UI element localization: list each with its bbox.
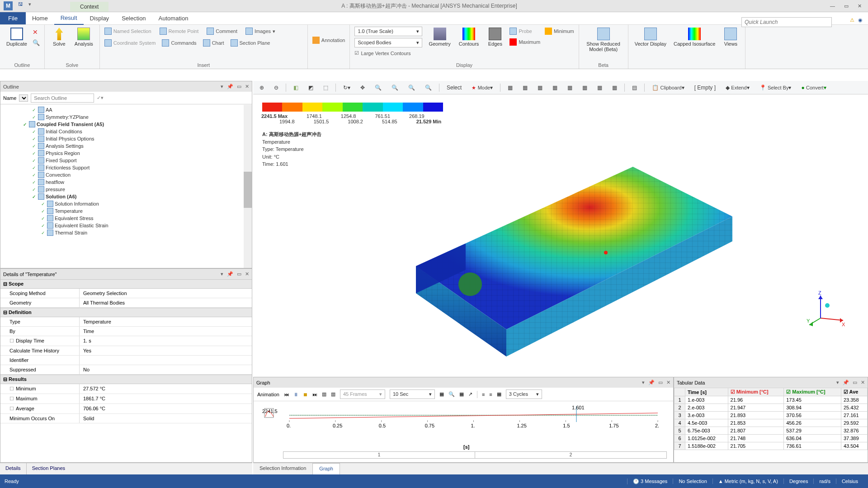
tree-item[interactable]: Fixed Support: [0, 157, 252, 164]
minimum-button[interactable]: Minimum: [545, 27, 574, 36]
geometry-button[interactable]: Geometry: [427, 27, 452, 57]
extend-button[interactable]: ◆ Extend▾: [723, 84, 752, 92]
tree-item[interactable]: AA: [0, 106, 252, 113]
cat-definition[interactable]: ⊟ Definition: [0, 308, 252, 317]
tree-item[interactable]: Initial Conditions: [0, 128, 252, 135]
quick-launch-input[interactable]: [741, 17, 832, 27]
tb-misc1-icon[interactable]: ⬚: [321, 84, 331, 92]
table-row[interactable]: 56.75e-00321.807537.2932.876: [675, 427, 868, 435]
col-time[interactable]: Time [s]: [685, 388, 728, 396]
anim-last-icon[interactable]: ⏭: [312, 392, 317, 397]
sec-dropdown[interactable]: 10 Sec▾: [390, 389, 435, 399]
tree-item[interactable]: Symmetry:YZPlane: [0, 113, 252, 121]
maximum-button[interactable]: Maximum: [509, 38, 540, 47]
table-row[interactable]: 22.e-00321.947308.9425.432: [675, 404, 868, 412]
tab-section-planes[interactable]: Section Planes: [27, 463, 71, 474]
graph-slider[interactable]: 1 2: [283, 451, 667, 459]
tb-zoom2-icon[interactable]: 🔍: [389, 84, 401, 92]
tree-item[interactable]: Initial Physics Options: [0, 135, 252, 142]
mode-button[interactable]: ★ Mode▾: [469, 84, 495, 92]
maximize-button[interactable]: ▭: [844, 3, 849, 9]
tb-zoom-out-icon[interactable]: ⊖: [271, 84, 281, 92]
tab-home[interactable]: Home: [26, 12, 54, 24]
status-messages[interactable]: 🕐 3 Messages: [627, 479, 673, 484]
type-value[interactable]: Temperature: [80, 317, 252, 326]
views-button[interactable]: Views: [721, 27, 741, 47]
tab-result[interactable]: Result: [54, 12, 84, 25]
pane-max-icon[interactable]: ▭: [237, 271, 241, 277]
tb-pan-icon[interactable]: ✥: [358, 84, 368, 92]
remote-point-button[interactable]: Remote Point: [160, 27, 199, 36]
tb-zoom1-icon[interactable]: 🔍: [372, 84, 384, 92]
delete-icon[interactable]: ✕: [33, 28, 40, 36]
frames-dropdown[interactable]: 45 Frames▾: [340, 389, 385, 399]
probe-button[interactable]: Probe: [509, 27, 540, 36]
tree-item[interactable]: Solution Information: [0, 200, 252, 207]
tb-g2-icon[interactable]: ▦: [520, 84, 530, 92]
convert-button[interactable]: ● Convert▾: [798, 84, 829, 92]
tb-zoom4-icon[interactable]: 🔍: [422, 84, 434, 92]
search-outline-input[interactable]: [31, 94, 94, 103]
tab-selection[interactable]: Selection: [115, 12, 152, 24]
mesh-plot[interactable]: [389, 149, 732, 361]
pane-close-icon[interactable]: ✕: [666, 380, 670, 385]
tb-g6-icon[interactable]: ▦: [580, 84, 590, 92]
avg-key[interactable]: Average: [0, 404, 80, 413]
tb-zoom-in-icon[interactable]: ⊕: [257, 84, 267, 92]
tab-graph[interactable]: Graph: [312, 463, 340, 474]
tb-g4-icon[interactable]: ▦: [550, 84, 560, 92]
g-tb3-icon[interactable]: ▦: [459, 391, 464, 397]
find-icon[interactable]: 🔍: [33, 39, 40, 46]
g-tb1-icon[interactable]: ▦: [439, 391, 444, 397]
tab-automation[interactable]: Automation: [152, 12, 195, 24]
anim-stop-icon[interactable]: ⏹: [303, 392, 308, 397]
help-icon[interactable]: ⚠: [850, 17, 854, 23]
pane-menu-icon[interactable]: ▾: [836, 380, 839, 385]
tabular-table[interactable]: Time [s] ☑ Minimum [°C] ☑ Maximum [°C] ☑…: [674, 388, 868, 450]
large-vertex-check[interactable]: ☑Large Vertex Contours: [354, 49, 422, 57]
identifier-value[interactable]: [80, 356, 252, 365]
scoped-dropdown[interactable]: Scoped Bodies▾: [354, 38, 422, 47]
tree-item[interactable]: Convection: [0, 171, 252, 178]
anim-opt2-icon[interactable]: ▥: [331, 391, 335, 397]
g-tb2-icon[interactable]: 🔍: [448, 391, 455, 397]
tree-item[interactable]: Coupled Field Transient (A5): [0, 121, 252, 128]
coord-system-button[interactable]: Coordinate System: [104, 38, 156, 47]
named-selection-button[interactable]: Named Selection: [104, 27, 151, 36]
status-units[interactable]: ▲ Metric (m, kg, N, s, V, A): [712, 479, 783, 484]
context-tab[interactable]: Context: [70, 2, 108, 12]
tb-g8-icon[interactable]: ▦: [609, 84, 620, 92]
empty-button[interactable]: [ Empty ]: [692, 84, 718, 92]
tree-item[interactable]: Frictionless Support: [0, 164, 252, 171]
images-button[interactable]: Images▾: [245, 27, 275, 36]
search-expand-icon[interactable]: ✓▾: [97, 95, 104, 101]
tb-zoom3-icon[interactable]: 🔍: [406, 84, 418, 92]
table-row[interactable]: 11.e-00321.96173.4523.358: [675, 396, 868, 404]
anim-pause-icon[interactable]: ⏸: [293, 392, 298, 397]
info-icon[interactable]: ◉: [858, 17, 863, 23]
pane-menu-icon[interactable]: ▾: [221, 84, 223, 89]
file-tab[interactable]: File: [0, 12, 26, 24]
contours-button[interactable]: Contours: [457, 27, 481, 57]
pane-max-icon[interactable]: ▭: [658, 380, 663, 385]
tab-selection-info[interactable]: Selection Information: [253, 463, 312, 474]
scale-dropdown[interactable]: 1.0 (True Scale)▾: [354, 27, 422, 36]
duplicate-button[interactable]: Duplicate: [5, 27, 29, 47]
tb-g1-icon[interactable]: ▦: [505, 84, 515, 92]
cycles-dropdown[interactable]: 3 Cycles▾: [506, 389, 542, 399]
tb-g7-icon[interactable]: ▦: [594, 84, 605, 92]
section-plane-button[interactable]: Section Plane: [231, 38, 270, 47]
scoping-method-value[interactable]: Geometry Selection: [80, 289, 252, 298]
minimize-button[interactable]: —: [830, 3, 835, 9]
tree-item[interactable]: heatflow: [0, 178, 252, 186]
pane-max-icon[interactable]: ▭: [237, 84, 241, 89]
max-key[interactable]: Maximum: [0, 394, 80, 404]
3d-viewport[interactable]: 2241.5 Max 1748.1 1254.8 761.51 268.19 1…: [253, 94, 868, 377]
tree-item[interactable]: Temperature: [0, 207, 252, 215]
display-time-key[interactable]: Display Time: [0, 336, 80, 346]
cat-results[interactable]: ⊟ Results: [0, 375, 252, 384]
tb-wire-icon[interactable]: ◩: [306, 84, 316, 92]
tab-details[interactable]: Details: [0, 463, 27, 474]
comment-button[interactable]: Comment: [207, 27, 237, 36]
pane-max-icon[interactable]: ▭: [853, 380, 857, 385]
